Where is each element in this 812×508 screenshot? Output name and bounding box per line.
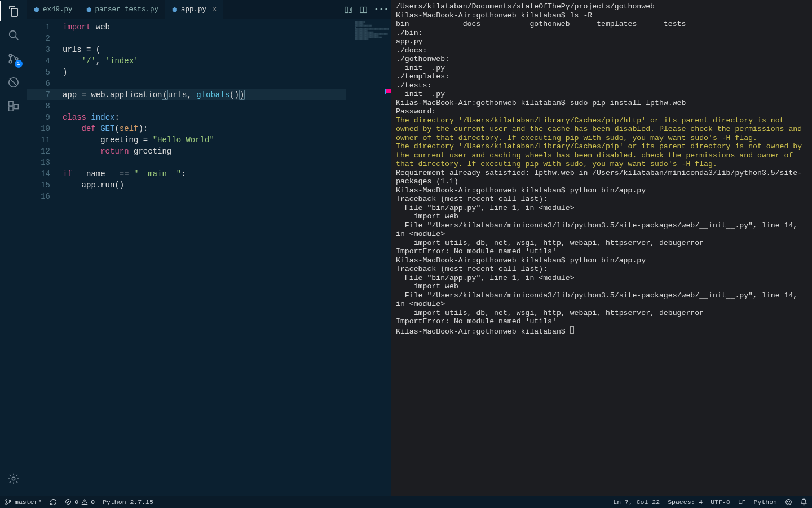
tab-parser_tests-py[interactable]: ⬢parser_tests.py	[80, 0, 166, 19]
code-line-9[interactable]: class index:	[63, 112, 391, 123]
svg-point-0	[10, 31, 16, 38]
tab-row: ⬢ex49.py⬢parser_tests.py⬢app.py× •••	[27, 0, 391, 19]
svg-point-22	[786, 499, 792, 505]
terminal-line: File "bin/app.py", line 1, in <module>	[396, 204, 807, 213]
code-line-16[interactable]	[63, 191, 391, 202]
terminal[interactable]: /Users/kilataban/Documents/stateOfThePy/…	[391, 0, 812, 508]
terminal-line: Kilas-MacBook-Air:gothonweb kilataban$ l…	[396, 11, 807, 20]
code-line-13[interactable]	[63, 157, 391, 168]
close-icon[interactable]: ×	[212, 5, 217, 14]
svg-point-3	[9, 60, 12, 63]
code-line-2[interactable]	[63, 33, 391, 44]
status-bar: master* 0 0 Python 2.7.15 Ln 7, Col 22 S…	[0, 496, 812, 508]
svg-point-10	[12, 477, 15, 480]
terminal-line: import utils, db, net, wsgi, http, webap…	[396, 309, 807, 318]
terminal-line: /Users/kilataban/Documents/stateOfThePy/…	[396, 2, 807, 11]
status-python[interactable]: Python 2.7.15	[103, 498, 153, 506]
svg-rect-9	[14, 104, 18, 108]
tab-app-py[interactable]: ⬢app.py×	[165, 0, 223, 19]
terminal-line: ImportError: No module named 'utils'	[396, 317, 807, 326]
code-line-11[interactable]: greeting = "Hello World"	[63, 134, 391, 146]
tab-ex49-py[interactable]: ⬢ex49.py	[27, 0, 80, 19]
terminal-line: Requirement already satisfied: lpthw.web…	[396, 169, 807, 186]
svg-point-23	[787, 501, 788, 501]
scm-icon[interactable]: 1	[7, 52, 20, 65]
status-lang[interactable]: Python	[754, 498, 777, 506]
svg-line-6	[10, 78, 17, 86]
status-encoding[interactable]: UTF-8	[710, 498, 730, 506]
code-line-1[interactable]: import web	[63, 21, 391, 33]
terminal-line: Traceback (most recent call last):	[396, 195, 807, 204]
terminal-prompt[interactable]: Kilas-MacBook-Air:gothonweb kilataban$	[396, 326, 807, 336]
python-file-icon: ⬢	[172, 6, 178, 14]
terminal-line: File "bin/app.py", line 1, in <module>	[396, 274, 807, 283]
terminal-line: __init__.py	[396, 64, 807, 73]
terminal-line: ./tests:	[396, 81, 807, 90]
code-line-12[interactable]: return greeting	[63, 146, 391, 157]
terminal-line: ImportError: No module named 'utils'	[396, 247, 807, 256]
terminal-line: ./docs:	[396, 46, 807, 55]
code-line-14[interactable]: if __name__ == "__main__":	[63, 168, 391, 179]
compare-icon[interactable]	[344, 6, 352, 14]
python-file-icon: ⬢	[34, 6, 39, 14]
status-feedback-icon[interactable]	[785, 498, 792, 506]
svg-rect-11	[345, 7, 347, 12]
tab-label: app.py	[181, 6, 206, 14]
python-file-icon: ⬢	[86, 6, 92, 14]
code-area[interactable]: 12345678910111213141516 import web urls …	[27, 19, 391, 508]
status-eol[interactable]: LF	[738, 498, 746, 506]
status-spaces[interactable]: Spaces: 4	[668, 498, 703, 506]
terminal-line: Traceback (most recent call last):	[396, 265, 807, 274]
svg-rect-7	[9, 102, 13, 106]
status-bell-icon[interactable]	[800, 498, 807, 506]
code-line-8[interactable]	[63, 100, 391, 112]
code-line-15[interactable]: app.run()	[63, 179, 391, 191]
terminal-line: The directory '/Users/kilataban/Library/…	[396, 142, 807, 169]
gear-icon[interactable]	[7, 472, 20, 485]
svg-line-1	[15, 37, 18, 40]
status-branch[interactable]: master*	[5, 498, 42, 506]
extensions-icon[interactable]	[7, 99, 20, 113]
svg-point-2	[9, 54, 12, 57]
explorer-icon[interactable]	[7, 5, 20, 18]
activity-bar: 1	[0, 0, 27, 508]
code-line-6[interactable]	[63, 78, 391, 89]
svg-point-14	[6, 499, 7, 501]
terminal-line: Password:	[396, 107, 807, 116]
split-icon[interactable]	[359, 6, 368, 14]
more-icon[interactable]: •••	[374, 6, 389, 14]
terminal-line: ./templates:	[396, 72, 807, 81]
tab-actions: •••	[344, 0, 389, 19]
code-line-7[interactable]: app = web.application(urls, globals())	[63, 89, 391, 100]
svg-point-16	[9, 500, 11, 501]
tab-label: parser_tests.py	[95, 6, 159, 14]
status-position[interactable]: Ln 7, Col 22	[613, 498, 660, 506]
svg-rect-8	[9, 107, 13, 111]
terminal-line: File "/Users/kilataban/miniconda3/lib/py…	[396, 221, 807, 239]
svg-point-24	[789, 501, 790, 501]
svg-point-15	[6, 503, 7, 505]
search-icon[interactable]	[7, 28, 20, 42]
terminal-line: The directory '/Users/kilataban/Library/…	[396, 116, 807, 143]
terminal-line: import web	[396, 282, 807, 291]
code-line-10[interactable]: def GET(self):	[63, 123, 391, 134]
code-content[interactable]: import web urls = ( '/', 'index') app = …	[58, 19, 391, 508]
editor-pane: ⬢ex49.py⬢parser_tests.py⬢app.py× ••• 123…	[27, 0, 391, 508]
terminal-line: import web	[396, 212, 807, 221]
svg-point-21	[85, 503, 85, 503]
terminal-line: Kilas-MacBook-Air:gothonweb kilataban$ p…	[396, 256, 807, 265]
status-problems[interactable]: 0 0	[65, 498, 95, 506]
tab-label: ex49.py	[43, 6, 73, 14]
terminal-line: Kilas-MacBook-Air:gothonweb kilataban$ p…	[396, 186, 807, 195]
overview-cursor-mark	[386, 89, 391, 93]
terminal-line: File "/Users/kilataban/miniconda3/lib/py…	[396, 291, 807, 309]
overview-change-mark	[385, 89, 386, 94]
debug-icon[interactable]	[7, 76, 20, 89]
status-sync[interactable]	[50, 498, 57, 506]
code-line-3[interactable]: urls = (	[63, 44, 391, 55]
code-line-5[interactable]: )	[63, 67, 391, 78]
scm-badge: 1	[15, 60, 23, 68]
terminal-line: bin docs gothonweb templates tests	[396, 20, 807, 29]
terminal-line: ./bin:	[396, 29, 807, 38]
code-line-4[interactable]: '/', 'index'	[63, 55, 391, 67]
